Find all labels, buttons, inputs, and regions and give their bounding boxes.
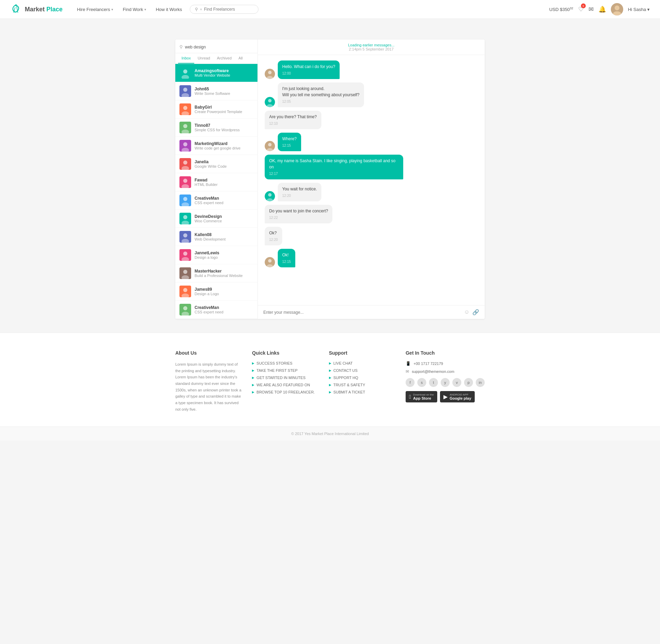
contact-preview: CSS expert need <box>195 201 253 205</box>
balance-display: USD $35032 <box>549 7 573 12</box>
input-icons: ☺ 🔗 <box>464 309 479 315</box>
logo[interactable]: Market Place <box>10 3 63 15</box>
contact-item[interactable]: Tinno87Simple CSS for Wordpress <box>175 119 257 137</box>
footer-email: ✉ support@thememon.com <box>406 369 485 374</box>
nav-hire-freelancers[interactable]: Hire Freelancers ▾ <box>73 4 117 15</box>
notifications-button[interactable]: 🔔 <box>598 5 606 13</box>
message-avatar <box>265 69 275 79</box>
sidebar-search-icon: ⚲ <box>179 44 183 49</box>
social-icon-s[interactable]: s <box>417 378 426 387</box>
sidebar-search-input[interactable] <box>185 45 253 49</box>
message-text: Ok! <box>282 252 291 258</box>
sidebar-search-area: ⚲ <box>175 40 257 53</box>
footer-support-link[interactable]: ▶LIVE CHAT <box>329 361 395 365</box>
contact-item[interactable]: JaneliaGoogle Write Code <box>175 155 257 173</box>
avatar[interactable] <box>611 3 623 15</box>
contact-item[interactable]: CreativeManCSS expert need <box>175 191 257 210</box>
footer-quick-link[interactable]: ▶WE ARE ALSO FEATURED ON <box>252 383 318 387</box>
tab-inbox[interactable]: Inbox <box>178 53 194 64</box>
contact-name: JannetLewis <box>195 251 253 255</box>
arrow-icon: ▶ <box>329 362 331 365</box>
nav-how-it-works[interactable]: How it Works <box>152 4 186 15</box>
footer-contact-title: Get In Touch <box>406 350 485 356</box>
message-time: 12:22 <box>269 215 328 220</box>
tab-all[interactable]: All <box>235 53 246 64</box>
contact-item[interactable]: DevineDesignWoo Commerce <box>175 210 257 228</box>
message-row: I'm just looking around. Will you tell m… <box>265 82 478 107</box>
social-icon-p[interactable]: p <box>464 378 473 387</box>
contact-preview: Web Development <box>195 237 253 241</box>
wishlist-button[interactable]: ♡ 9 <box>578 5 584 13</box>
svg-point-44 <box>268 259 272 263</box>
message-bubble: Do you want to join the concert?12:22 <box>265 205 332 223</box>
footer-support-link[interactable]: ▶SUBMIT A TICKET <box>329 390 395 394</box>
contact-item[interactable]: James89Design a Logo <box>175 282 257 301</box>
user-name[interactable]: Hi Sasha ▾ <box>628 7 650 12</box>
attachment-icon[interactable]: 🔗 <box>472 309 479 315</box>
message-row: Are you there? That time?12:10 <box>265 111 478 129</box>
social-icon-f[interactable]: f <box>406 378 415 387</box>
chat-input-area: ☺ 🔗 <box>258 305 485 319</box>
emoji-icon[interactable]: ☺ <box>464 309 470 315</box>
app-store-badge[interactable]:  Download on the App Store <box>406 391 437 402</box>
message-row: Hello. What can i do for you?12:00 <box>265 60 478 79</box>
arrow-icon: ▶ <box>252 383 254 387</box>
footer-support-link[interactable]: ▶TRUST & SAFETY <box>329 383 395 387</box>
contact-name: Kallen08 <box>195 232 253 237</box>
footer-support-link[interactable]: ▶CONTACT US <box>329 368 395 373</box>
svg-point-13 <box>183 160 187 165</box>
contact-name: CreativeMan <box>195 305 253 310</box>
search-bar[interactable]: ⚲ ▾ <box>190 5 258 14</box>
messages-button[interactable]: ✉ <box>588 5 594 13</box>
google-play-badge[interactable]: ▶ ANDROID APP Google play <box>440 391 475 402</box>
footer-get-in-touch: Get In Touch 📱 +00 1717 722179 ✉ support… <box>406 350 485 413</box>
message-input[interactable] <box>263 310 461 315</box>
svg-point-25 <box>183 270 187 274</box>
svg-point-17 <box>183 197 187 201</box>
search-input[interactable] <box>204 7 253 12</box>
svg-point-29 <box>183 306 187 310</box>
footer-quick-link[interactable]: ▶SUCCESS STORIES <box>252 361 318 365</box>
message-avatar <box>265 97 275 107</box>
contact-item[interactable]: Kallen08Web Development <box>175 228 257 246</box>
footer-quick-link[interactable]: ▶TAKE THE FIRST STEP <box>252 368 318 373</box>
contact-item[interactable]: CreativeManCSS expert need <box>175 301 257 319</box>
footer-grid: About Us Lorem Ipsum is simply dummy tex… <box>175 350 485 426</box>
message-row: OK, my name is Sasha Stain. I like singi… <box>265 155 478 179</box>
social-icon-y[interactable]: y <box>441 378 450 387</box>
message-time: 12:00 <box>282 71 335 76</box>
social-icon-t[interactable]: t <box>429 378 438 387</box>
contact-name: CreativeMan <box>195 196 253 201</box>
contact-item[interactable]: AmazingsoftwareMulti Vendor Website <box>175 64 257 82</box>
contact-preview: Design a logo <box>195 255 253 259</box>
apple-icon:  <box>409 394 411 400</box>
svg-point-4 <box>182 75 189 79</box>
wishlist-badge: 9 <box>581 3 586 8</box>
chat-messages: Hello. What can i do for you?12:00I'm ju… <box>258 55 485 305</box>
footer-quick-link[interactable]: ▶GET STARTED IN MINUTES <box>252 376 318 380</box>
nav-find-work[interactable]: Find Work ▾ <box>119 4 150 15</box>
contact-name: BabyGirl <box>195 105 253 110</box>
contact-item[interactable]: FawadHTML Builder <box>175 173 257 191</box>
contact-item[interactable]: BabyGirlCreate Powerpoint Template <box>175 100 257 119</box>
social-icon-v[interactable]: v <box>452 378 461 387</box>
social-icon-in[interactable]: in <box>476 378 485 387</box>
footer-quick-link[interactable]: ▶BROWSE TOP 10 FREELANCER. <box>252 390 318 394</box>
contact-item[interactable]: John65Write Some Software <box>175 82 257 100</box>
svg-point-28 <box>182 293 189 297</box>
tab-unread[interactable]: Unread <box>194 53 213 64</box>
message-time: 12:20 <box>282 193 317 198</box>
footer-support-link[interactable]: ▶SUPPORT HQ <box>329 376 395 380</box>
message-bubble: Hello. What can i do for you?12:00 <box>278 60 340 79</box>
contact-item[interactable]: MasterHackerBuild a Professional Website <box>175 264 257 282</box>
svg-point-5 <box>183 88 187 92</box>
svg-point-8 <box>182 111 189 115</box>
contact-name: Amazingsoftware <box>195 68 253 73</box>
search-icon: ⚲ <box>195 7 198 12</box>
message-bubble: Ok!12:15 <box>278 249 295 267</box>
message-time: 12:17 <box>269 171 399 176</box>
tab-archived[interactable]: Archived <box>213 53 235 64</box>
contact-item[interactable]: JannetLewisDesign a logo <box>175 246 257 264</box>
contact-item[interactable]: MarketingWizardWrite code get google dri… <box>175 137 257 155</box>
svg-point-12 <box>182 148 189 152</box>
